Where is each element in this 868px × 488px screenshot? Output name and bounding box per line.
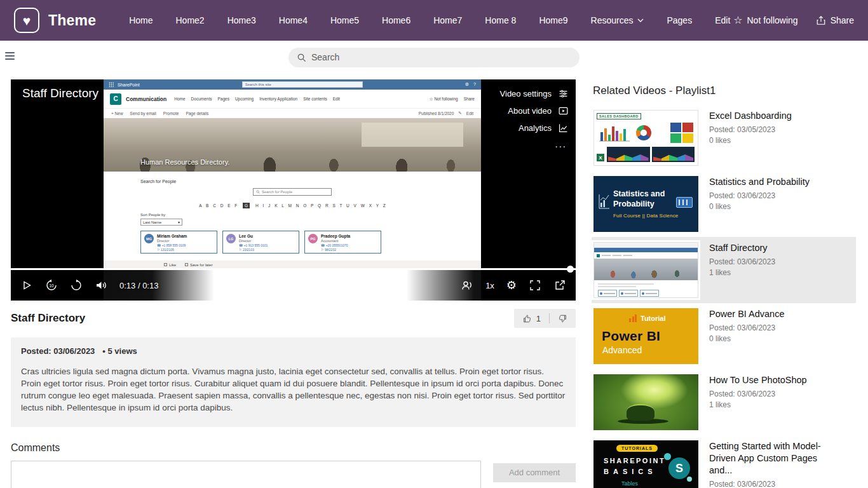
related-video-item[interactable]: TUTORIALS SHAREPOINT BASICS Tables S Get… bbox=[592, 435, 856, 488]
nav-item-resources-label: Resources bbox=[591, 15, 634, 25]
chevron-down-icon bbox=[637, 18, 644, 22]
related-video-posted: Posted: 03/06/2023 bbox=[709, 480, 843, 488]
thumbnail-photoshop[interactable] bbox=[593, 374, 698, 430]
share-button[interactable]: Share bbox=[816, 15, 854, 25]
menu-item-about-video[interactable]: About video bbox=[508, 105, 569, 116]
star-icon: ☆ bbox=[733, 15, 742, 25]
nav-item-resources[interactable]: Resources bbox=[591, 15, 644, 25]
brand-title[interactable]: Theme bbox=[48, 12, 96, 29]
sp-suite-search: Search this site bbox=[242, 81, 363, 88]
nav-item-home9[interactable]: Home9 bbox=[539, 15, 567, 25]
top-navigation-bar: ♥ Theme Home Home2 Home3 Home4 Home5 Hom… bbox=[0, 0, 868, 41]
mini-screenshot-icon bbox=[676, 197, 693, 208]
thumbnail-sharepoint-basics[interactable]: TUTORIALS SHAREPOINT BASICS Tables S bbox=[593, 440, 698, 488]
comment-input[interactable] bbox=[11, 461, 481, 488]
person-phone: ☎ +20 255501070 bbox=[321, 243, 350, 247]
related-video-likes: 0 likes bbox=[709, 334, 785, 343]
menu-item-video-settings[interactable]: Video settings bbox=[500, 88, 569, 99]
nav-item-home[interactable]: Home bbox=[129, 15, 153, 25]
dislike-button[interactable] bbox=[550, 309, 576, 328]
person-card: LG Lee Gu Director ☎ +1 913 555 0101 ⚐ 2… bbox=[222, 231, 299, 254]
mini-page-body bbox=[594, 280, 698, 298]
sp-command-bar: + New Send by email Promote Page details… bbox=[104, 109, 481, 118]
related-video-text: How To Use PhotoShop Posted: 03/06/2023 … bbox=[709, 374, 807, 409]
related-video-item[interactable]: Statistics and Probability Full Course |… bbox=[592, 171, 856, 237]
related-video-item[interactable]: Tutorial Power BI Advanced Power BI Adva… bbox=[592, 303, 856, 369]
nature-stump bbox=[627, 404, 654, 421]
related-video-item[interactable]: SALES DASHBOARD X Excel Dashboarding Pos… bbox=[592, 105, 856, 171]
sp-suite-label: SharePoint bbox=[118, 83, 140, 87]
nav-item-home3[interactable]: Home3 bbox=[227, 15, 256, 25]
play-button[interactable] bbox=[20, 279, 33, 292]
search-icon bbox=[297, 53, 306, 62]
related-videos-sidebar: Related Videos - Playlist1 SALES DASHBOA… bbox=[592, 79, 856, 488]
thumbs-down-icon bbox=[558, 314, 567, 323]
related-video-title[interactable]: Staff Directory bbox=[709, 242, 775, 254]
fullscreen-icon[interactable] bbox=[529, 279, 541, 292]
video-title-row: Staff Directory 1 bbox=[11, 309, 576, 328]
thumbnail-power-bi[interactable]: Tutorial Power BI Advanced bbox=[593, 308, 698, 364]
video-overlay-title: Staff Directory bbox=[22, 86, 98, 100]
settings-gear-icon[interactable]: ⚙ bbox=[506, 280, 517, 291]
nav-item-pages[interactable]: Pages bbox=[667, 15, 692, 25]
menu-icon[interactable] bbox=[5, 52, 15, 60]
thumbnail-excel-dashboarding[interactable]: SALES DASHBOARD X bbox=[593, 110, 698, 166]
sp-sort-dropdown: Last Name ▾ bbox=[140, 219, 182, 226]
related-video-posted: Posted: 03/06/2023 bbox=[709, 257, 775, 266]
related-video-title[interactable]: Excel Dashboarding bbox=[709, 110, 792, 122]
search-box[interactable] bbox=[288, 48, 580, 67]
related-video-item[interactable]: How To Use PhotoShop Posted: 03/06/2023 … bbox=[592, 369, 856, 435]
main-content: SharePoint Search this site ⚙ ? C Commun… bbox=[0, 74, 868, 488]
volume-icon[interactable] bbox=[95, 279, 107, 292]
playback-speed-button[interactable]: 1x bbox=[485, 281, 494, 290]
follow-button[interactable]: ☆ Not following bbox=[733, 15, 798, 25]
nav-item-home6[interactable]: Home6 bbox=[382, 15, 410, 25]
sharepoint-logo-satellite bbox=[664, 453, 671, 460]
nav-item-home7[interactable]: Home7 bbox=[433, 15, 462, 25]
color-grid bbox=[670, 123, 693, 143]
popout-icon[interactable] bbox=[553, 279, 566, 292]
related-video-title[interactable]: Getting Started with Model-Driven App Cu… bbox=[709, 440, 843, 477]
sp-site-logo: C bbox=[110, 93, 121, 105]
search-input[interactable] bbox=[311, 52, 571, 62]
reactions-group: 1 bbox=[514, 309, 576, 328]
player-side-menu: Video settings About video Analytics ... bbox=[500, 88, 569, 147]
more-options-button[interactable]: ... bbox=[555, 142, 569, 147]
thumbnail-statistics-probability[interactable]: Statistics and Probability Full Course |… bbox=[593, 176, 698, 232]
nav-item-home2[interactable]: Home2 bbox=[176, 15, 205, 25]
gear-icon: ⚙ bbox=[465, 82, 469, 87]
nav-item-home4[interactable]: Home4 bbox=[279, 15, 308, 25]
nav-item-home8[interactable]: Home 8 bbox=[485, 15, 516, 25]
audio-description-icon[interactable] bbox=[461, 279, 473, 292]
share-icon bbox=[816, 15, 826, 25]
related-video-title[interactable]: Statistics and Probability bbox=[709, 176, 810, 188]
add-comment-button[interactable]: Add comment bbox=[493, 463, 576, 482]
chevron-down-icon: ▾ bbox=[178, 220, 180, 224]
mini-hero-image bbox=[594, 259, 698, 280]
related-video-item-current[interactable]: Staff Directory Posted: 03/06/2023 1 lik… bbox=[592, 237, 856, 303]
person-office: ⚐ 98/2202 bbox=[321, 248, 350, 252]
related-video-title[interactable]: How To Use PhotoShop bbox=[709, 374, 807, 386]
like-button[interactable]: 1 bbox=[514, 309, 549, 328]
thumb-tag: Tutorial bbox=[629, 315, 666, 322]
skip-forward-icon[interactable] bbox=[70, 279, 83, 292]
skip-back-10-icon[interactable]: 10 bbox=[45, 279, 58, 292]
mini-browser-bar bbox=[594, 243, 698, 248]
nav-item-home5[interactable]: Home5 bbox=[330, 15, 359, 25]
related-video-posted: Posted: 03/06/2023 bbox=[709, 191, 810, 200]
site-logo[interactable]: ♥ bbox=[14, 8, 39, 33]
hero-people-silhouettes bbox=[104, 140, 481, 172]
posted-date: Posted: 03/06/2023 bbox=[21, 346, 95, 356]
seek-handle[interactable] bbox=[567, 266, 574, 273]
excel-icon: X bbox=[597, 154, 604, 161]
app-launcher-icon bbox=[109, 82, 114, 87]
menu-item-analytics[interactable]: Analytics bbox=[519, 123, 569, 133]
sp-hero-image: Human Resources Directory. bbox=[104, 118, 481, 172]
related-video-title[interactable]: Power BI Advance bbox=[709, 308, 785, 320]
nav-item-edit[interactable]: Edit bbox=[715, 15, 730, 25]
seek-bar[interactable] bbox=[11, 268, 576, 270]
search-icon bbox=[256, 190, 260, 194]
video-frame-sharepoint-page: SharePoint Search this site ⚙ ? C Commun… bbox=[104, 79, 481, 301]
video-player[interactable]: SharePoint Search this site ⚙ ? C Commun… bbox=[11, 79, 576, 301]
thumbnail-staff-directory[interactable] bbox=[593, 242, 698, 298]
